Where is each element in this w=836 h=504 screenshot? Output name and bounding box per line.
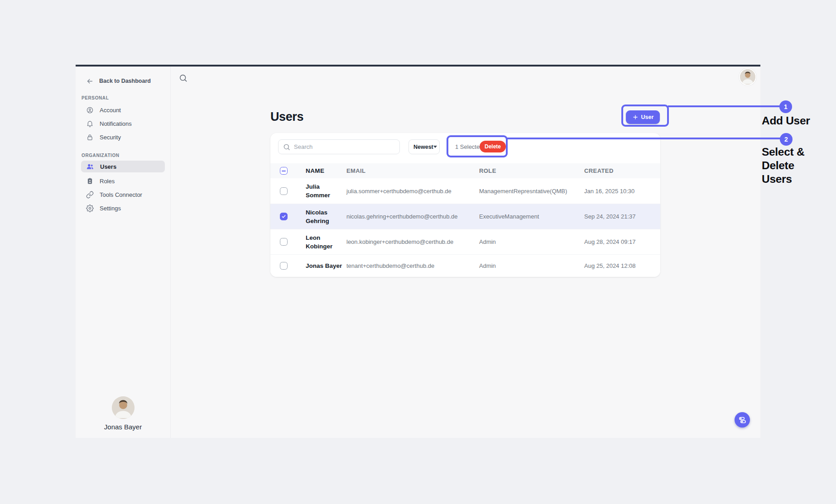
check-icon bbox=[281, 214, 286, 219]
sidebar-item-label: Security bbox=[100, 134, 121, 141]
lock-icon bbox=[86, 133, 94, 141]
chevron-down-icon bbox=[433, 146, 437, 148]
id-badge-icon bbox=[86, 177, 94, 185]
annotation-step-2-badge: 2 bbox=[780, 133, 793, 146]
section-label-personal: PERSONAL bbox=[82, 95, 170, 100]
column-header-name: NAME bbox=[306, 166, 346, 175]
column-header-created: CREATED bbox=[584, 167, 660, 174]
profile-avatar[interactable] bbox=[112, 396, 135, 419]
profile-name: Jonas Bayer bbox=[104, 423, 142, 431]
cell-email: julia.sommer+certhubdemo@certhub.de bbox=[346, 188, 479, 195]
sort-value: Newest bbox=[413, 144, 433, 150]
sidebar-item-notifications[interactable]: Notifications bbox=[76, 117, 165, 130]
column-header-role: ROLE bbox=[479, 167, 584, 174]
topbar-avatar[interactable] bbox=[739, 68, 756, 86]
cell-name: Julia Sommer bbox=[306, 182, 346, 200]
cell-email: tenant+certhubdemo@certhub.de bbox=[346, 262, 479, 269]
cell-email: nicolas.gehring+certhubdemo@certhub.de bbox=[346, 213, 479, 220]
people-icon bbox=[86, 162, 94, 171]
annotation-label-select-delete: Select & Delete Users bbox=[762, 145, 808, 186]
bell-icon bbox=[86, 120, 94, 128]
sidebar-profile: Jonas Bayer bbox=[76, 396, 170, 431]
table-header-row: NAME EMAIL ROLE CREATED bbox=[270, 163, 660, 178]
row-checkbox[interactable] bbox=[280, 213, 288, 220]
cell-role: ManagementRepresntative(QMB) bbox=[479, 188, 584, 195]
table-row[interactable]: Leon Kobinger leon.kobinger+certhubdemo@… bbox=[270, 229, 660, 254]
sidebar-item-settings[interactable]: Settings bbox=[76, 201, 165, 215]
cell-created: Aug 25, 2024 12:08 bbox=[584, 262, 660, 269]
row-checkbox[interactable] bbox=[280, 238, 288, 246]
sort-dropdown[interactable]: Newest bbox=[408, 139, 440, 154]
user-circle-icon bbox=[86, 106, 94, 114]
search-input[interactable] bbox=[294, 143, 395, 150]
search-icon[interactable] bbox=[179, 74, 187, 82]
toggle-sliders-icon bbox=[738, 416, 747, 424]
table-row[interactable]: Julia Sommer julia.sommer+certhubdemo@ce… bbox=[270, 178, 660, 204]
sidebar-item-label: Roles bbox=[100, 178, 115, 185]
back-arrow-icon bbox=[86, 77, 94, 85]
cell-role: Admin bbox=[479, 262, 584, 269]
sidebar: Back to Dashboard PERSONAL Account Notif… bbox=[76, 67, 171, 438]
page: Back to Dashboard PERSONAL Account Notif… bbox=[0, 0, 836, 504]
sidebar-item-roles[interactable]: Roles bbox=[76, 174, 165, 188]
row-checkbox[interactable] bbox=[280, 187, 288, 195]
annotation-line-1 bbox=[668, 105, 780, 107]
annotation-line-2 bbox=[507, 138, 780, 139]
sidebar-item-tools-connector[interactable]: Tools Connector bbox=[76, 188, 165, 201]
column-header-email: EMAIL bbox=[346, 167, 479, 174]
cell-email: leon.kobinger+certhubdemo@certhub.de bbox=[346, 238, 479, 245]
page-title: Users bbox=[270, 110, 660, 124]
sidebar-item-account[interactable]: Account bbox=[76, 103, 165, 117]
sidebar-item-label: Settings bbox=[100, 205, 121, 212]
back-to-dashboard-link[interactable]: Back to Dashboard bbox=[86, 76, 170, 86]
table-row[interactable]: Nicolas Gehring nicolas.gehring+certhubd… bbox=[270, 204, 660, 229]
link-icon bbox=[86, 191, 94, 199]
sidebar-item-label: Users bbox=[100, 163, 116, 170]
cell-name: Jonas Bayer bbox=[306, 262, 346, 270]
sidebar-item-users[interactable]: Users bbox=[81, 161, 165, 172]
main-area: Users User bbox=[171, 67, 760, 438]
row-checkbox[interactable] bbox=[280, 262, 288, 270]
search-icon bbox=[283, 143, 290, 151]
cell-created: Sep 24, 2024 21:37 bbox=[584, 213, 660, 220]
annotation-box-add-user bbox=[621, 105, 669, 127]
sidebar-item-label: Notifications bbox=[100, 120, 132, 127]
annotation-box-select-delete bbox=[447, 135, 508, 157]
table-row[interactable]: Jonas Bayer tenant+certhubdemo@certhub.d… bbox=[270, 254, 660, 277]
sidebar-item-security[interactable]: Security bbox=[76, 130, 165, 144]
page-header: Users User bbox=[270, 110, 660, 124]
cell-created: Aug 28, 2024 09:17 bbox=[584, 238, 660, 245]
quick-settings-fab[interactable] bbox=[735, 412, 750, 428]
annotation-label-add-user: Add User bbox=[762, 114, 810, 128]
back-to-dashboard-label: Back to Dashboard bbox=[99, 78, 151, 84]
cell-role: Admin bbox=[479, 238, 584, 245]
cell-name: Nicolas Gehring bbox=[306, 208, 346, 225]
sidebar-item-label: Account bbox=[100, 107, 121, 114]
section-label-organization: ORGANIZATION bbox=[82, 153, 170, 158]
gear-icon bbox=[86, 204, 94, 212]
cell-name: Leon Kobinger bbox=[306, 233, 346, 251]
sidebar-item-label: Tools Connector bbox=[100, 191, 142, 198]
cell-created: Jan 16, 2025 10:30 bbox=[584, 188, 660, 195]
annotation-step-1-badge: 1 bbox=[779, 100, 792, 113]
search-field bbox=[278, 139, 400, 154]
cell-role: ExecutiveManagement bbox=[479, 213, 584, 220]
select-all-checkbox[interactable] bbox=[280, 167, 288, 175]
